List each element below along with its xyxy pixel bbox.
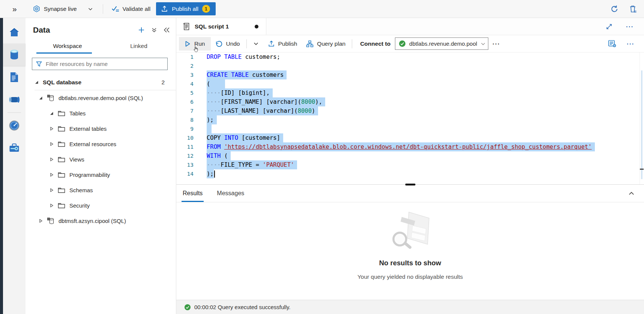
query-plan-button[interactable]: Query plan xyxy=(302,37,350,51)
tree-item-schemas[interactable]: Schemas xyxy=(26,182,176,198)
code-line[interactable]: 4( xyxy=(176,79,644,88)
tree-label: dbtlabs.revenue.demo.pool (SQL) xyxy=(59,95,143,101)
line-number: 6 xyxy=(176,97,194,106)
collapse-results-button[interactable] xyxy=(628,185,635,202)
chevron-collapsed-icon[interactable] xyxy=(50,188,54,192)
code-line[interactable]: 1DROP TABLE customers; xyxy=(176,52,644,61)
nav-home[interactable] xyxy=(3,21,26,43)
code-line[interactable]: 2 xyxy=(176,61,644,70)
chevron-expanded-icon[interactable] xyxy=(39,96,43,100)
code-line[interactable]: 11FROM 'https://dbtlabsynapsedatalake.bl… xyxy=(176,142,644,151)
undo-dropdown-chevron[interactable] xyxy=(249,37,263,51)
publish-all-button[interactable]: Publish all 1 xyxy=(156,2,216,15)
code-line[interactable]: 13····FILE_TYPE = 'PARQUET' xyxy=(176,160,644,169)
code-line[interactable]: 14); xyxy=(176,169,644,178)
add-icon[interactable] xyxy=(138,26,145,34)
folder-icon xyxy=(58,126,65,132)
chevron-collapsed-icon[interactable] xyxy=(50,157,54,161)
code-line[interactable]: 5····[ID] [bigint], xyxy=(176,88,644,97)
tree-item-programmability[interactable]: Programmability xyxy=(26,167,176,182)
code-line[interactable]: 8); xyxy=(176,115,644,124)
nav-manage[interactable] xyxy=(3,137,26,159)
expand-menu-icon[interactable]: » xyxy=(12,5,17,13)
tree-item-sql-database[interactable]: SQL database 2 xyxy=(26,75,176,90)
tree-item-views[interactable]: Views xyxy=(26,152,176,167)
sql-pool-icon xyxy=(47,217,54,225)
more-actions-icon[interactable]: ⋯ xyxy=(622,22,638,30)
run-button[interactable]: Run xyxy=(179,37,211,51)
tree-item-external-tables[interactable]: External tables xyxy=(26,121,176,136)
synapse-hexagon-icon xyxy=(33,5,41,13)
folder-icon xyxy=(58,172,65,178)
tab-messages[interactable]: Messages xyxy=(216,185,245,202)
pool-select-dropdown[interactable]: dbtlabs.revenue.demo.pool xyxy=(395,37,488,50)
chevron-expanded-icon[interactable] xyxy=(35,80,39,84)
tab-title: SQL script 1 xyxy=(195,23,229,30)
divider xyxy=(246,39,247,48)
tree-label: External tables xyxy=(69,126,107,132)
script-toolbar: Run Undo Publish Query plan Connect to xyxy=(176,35,644,52)
filter-input[interactable] xyxy=(46,61,164,67)
validate-all-button[interactable]: Validate all xyxy=(111,5,151,13)
code-editor[interactable]: 1DROP TABLE customers;23CREATE TABLE cus… xyxy=(176,52,644,184)
window-edge xyxy=(0,18,3,314)
tree-label: SQL database xyxy=(43,79,81,86)
tree-item-tables[interactable]: Tables xyxy=(26,106,176,121)
tree-item-security[interactable]: Security xyxy=(26,198,176,213)
nav-monitor[interactable] xyxy=(3,114,26,137)
chevron-collapsed-icon[interactable] xyxy=(50,142,54,146)
line-number: 11 xyxy=(176,142,194,151)
line-number: 14 xyxy=(176,169,194,178)
line-number: 1 xyxy=(176,52,194,61)
properties-icon[interactable] xyxy=(608,40,617,48)
tree-label: Tables xyxy=(69,110,86,117)
line-number: 9 xyxy=(176,124,194,133)
code-line[interactable]: 7····[LAST_NAME] [varchar](8000) xyxy=(176,106,644,115)
undo-button[interactable]: Undo xyxy=(211,37,244,51)
tree-item-dbtmsft-azsyn-cipool-sql[interactable]: dbtmsft.azsyn.cipool (SQL) xyxy=(26,213,176,229)
splitter-handle[interactable] xyxy=(405,184,415,185)
chevron-collapsed-icon[interactable] xyxy=(50,127,54,131)
chevron-collapsed-icon[interactable] xyxy=(50,173,54,177)
publish-count-badge: 1 xyxy=(202,5,210,13)
divider xyxy=(352,39,352,48)
chevron-down-icon xyxy=(480,41,486,46)
tree-item-external-resources[interactable]: External resources xyxy=(26,136,176,152)
refresh-icon[interactable] xyxy=(610,4,619,13)
item-count: 2 xyxy=(161,79,165,86)
tab-results[interactable]: Results xyxy=(182,185,204,202)
database-tree: SQL database 2 dbtlabs.revenue.demo.pool… xyxy=(26,75,176,229)
chevron-down-icon xyxy=(88,6,93,12)
tab-sql-script-1[interactable]: SQL script 1 xyxy=(176,18,266,35)
play-icon xyxy=(184,40,191,47)
tree-item-dbtlabs-revenue-demo-pool-sql[interactable]: dbtlabs.revenue.demo.pool (SQL) xyxy=(26,90,176,106)
more-commands-icon[interactable]: ⋯ xyxy=(488,40,504,48)
tab-linked[interactable]: Linked xyxy=(103,39,174,54)
collapse-panel-icon[interactable] xyxy=(163,27,170,33)
code-line[interactable]: 3CREATE TABLE customers xyxy=(176,70,644,79)
code-line[interactable]: 9 xyxy=(176,124,644,133)
chevron-collapsed-icon[interactable] xyxy=(39,219,43,223)
upload-icon xyxy=(161,5,168,12)
nav-data[interactable] xyxy=(3,43,26,66)
code-line[interactable]: 6····[FIRST_NAME] [varchar](8000), xyxy=(176,97,644,106)
results-tab-bar: Results Messages xyxy=(176,184,644,202)
line-number: 13 xyxy=(176,160,194,169)
code-line[interactable]: 10COPY INTO [customers] xyxy=(176,133,644,142)
publish-button[interactable]: Publish xyxy=(263,37,302,51)
chevron-collapsed-icon[interactable] xyxy=(50,203,54,208)
environment-switcher[interactable]: Synapse live xyxy=(33,5,93,13)
tree-label: Schemas xyxy=(69,187,93,193)
left-nav-rail xyxy=(0,18,26,314)
discard-trash-icon[interactable] xyxy=(629,4,637,13)
expand-all-icon[interactable] xyxy=(151,27,158,33)
code-line[interactable]: 12WITH ( xyxy=(176,151,644,160)
data-icon xyxy=(9,49,20,60)
nav-develop[interactable] xyxy=(3,66,26,88)
expand-editor-icon[interactable] xyxy=(605,23,613,30)
nav-integrate[interactable] xyxy=(3,88,26,111)
more-toolbar-icon[interactable]: ⋯ xyxy=(623,40,639,48)
folder-icon xyxy=(58,187,65,193)
chevron-expanded-icon[interactable] xyxy=(50,111,54,115)
tab-workspace[interactable]: Workspace xyxy=(32,39,103,54)
